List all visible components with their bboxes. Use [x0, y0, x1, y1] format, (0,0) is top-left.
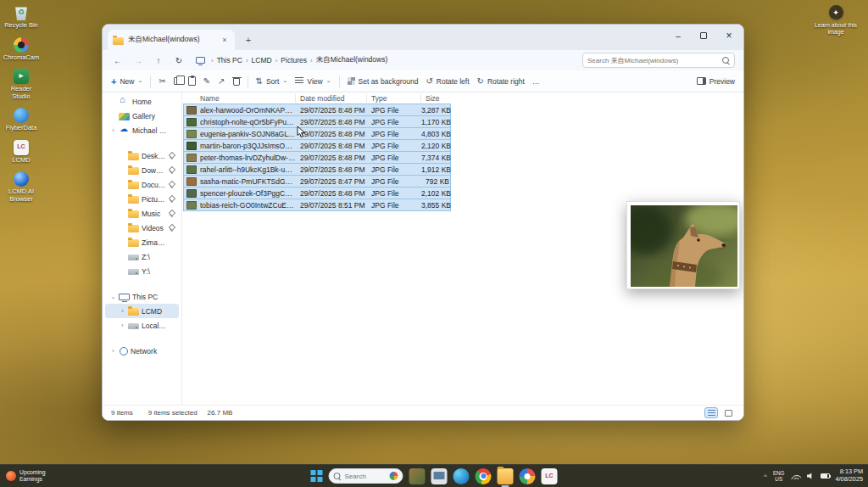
start-button[interactable]	[311, 470, 323, 482]
sidebar-item[interactable]: Downloads	[105, 163, 179, 177]
desktop-icon[interactable]: LCMD	[2, 140, 41, 165]
refresh-button[interactable]	[172, 53, 186, 67]
up-button[interactable]	[152, 53, 165, 67]
wifi-icon[interactable]	[791, 473, 801, 479]
delete-button[interactable]	[233, 78, 240, 86]
chevron-icon[interactable]: ›	[110, 127, 116, 133]
chevron-icon[interactable]: ›	[120, 322, 125, 328]
set-as-background-button[interactable]: Set as background	[348, 77, 419, 86]
chevron-icon[interactable]: ›	[110, 348, 116, 354]
rotate-left-button[interactable]: Rotate left	[426, 76, 469, 86]
sidebar-item[interactable]: ⌄ This PC	[105, 289, 179, 304]
file-row[interactable]: christoph-nolte-qOr5bFyPuso-unsplash 29/…	[183, 115, 451, 128]
file-size: 2,102 KB	[421, 189, 452, 198]
clock[interactable]: 8:13 PM 4/08/2025	[836, 468, 863, 483]
file-row[interactable]: tobias-reich-GO0IntwZCuEA-unsplash 29/07…	[183, 199, 451, 211]
sidebar-item[interactable]: Desktop	[105, 148, 179, 163]
taskbar-app-lcmd[interactable]	[542, 468, 558, 484]
sidebar-item[interactable]: Z:\	[105, 249, 179, 264]
search-input[interactable]	[587, 57, 719, 64]
chevron-icon[interactable]: ›	[120, 308, 125, 314]
chevron-icon[interactable]: ⌄	[110, 294, 116, 300]
sidebar-item[interactable]: Videos	[105, 221, 179, 235]
learn-about-this-image[interactable]: ✦ Learn about this image	[809, 5, 863, 36]
view-button[interactable]: View	[295, 77, 331, 86]
new-tab-button[interactable]	[242, 33, 255, 47]
taskbar-app-edge[interactable]	[453, 468, 470, 484]
tray-overflow-chevron-icon[interactable]	[764, 473, 767, 480]
visual-search-icon[interactable]	[390, 472, 398, 480]
file-row[interactable]: alex-harwood-OrOmNKAPak-unsplash 29/07/2…	[183, 104, 451, 116]
sidebar-item[interactable]: Gallery	[105, 109, 179, 123]
breadcrumb-item[interactable]: LCMD	[252, 56, 280, 64]
file-row[interactable]: martin-baron-p3QJJsImsO4-unsplash 29/07/…	[183, 139, 451, 152]
maximize-button[interactable]	[691, 26, 716, 45]
column-header-type[interactable]: Type	[366, 94, 420, 103]
rotate-left-icon	[426, 76, 432, 86]
close-button[interactable]	[716, 26, 742, 45]
rotate-right-button[interactable]: Rotate right	[477, 76, 525, 86]
minimize-button[interactable]	[665, 26, 691, 45]
thumbnail-view-toggle[interactable]	[721, 407, 735, 418]
details-view-toggle[interactable]	[704, 407, 718, 418]
taskbar-app-monitor[interactable]	[431, 468, 448, 484]
new-button[interactable]: + New	[111, 76, 142, 87]
sidebar-item-icon	[119, 113, 130, 120]
sidebar-item[interactable]: › Network	[105, 344, 179, 358]
file-row[interactable]: rahel-arlitt--h9UkcKg1Bk-unsplash 29/07/…	[183, 163, 451, 176]
breadcrumb-item[interactable]: Pictures	[281, 56, 314, 64]
sort-label: Sort	[266, 77, 280, 86]
desktop-icon[interactable]: Recycle Bin	[2, 5, 41, 30]
file-date-modified: 29/07/2025 8:47 PM	[296, 177, 367, 186]
file-row[interactable]: peter-thomas-lrvDZyhulDw-unsplash 29/07/…	[183, 151, 451, 164]
tab-bar[interactable]: 来自Michael(windows)	[103, 25, 743, 50]
back-button[interactable]	[111, 53, 125, 67]
more-options-button[interactable]: …	[532, 77, 540, 86]
cut-button[interactable]	[159, 76, 165, 86]
widgets-button[interactable]: Upcoming Earnings	[6, 465, 46, 487]
file-row[interactable]: eugenia-pankiv-SOJN8aGLYsM-unsplash 29/0…	[183, 127, 451, 140]
taskbar-app-media[interactable]	[409, 468, 426, 484]
sidebar-item[interactable]: › Michael - Personal	[105, 123, 179, 137]
sidebar-item[interactable]: › Local Disk (C:)	[105, 318, 179, 333]
taskbar-search-input[interactable]	[345, 473, 387, 480]
column-header-size[interactable]: Size	[420, 94, 451, 103]
breadcrumb-item[interactable]: 来自Michael(windows)	[316, 55, 388, 65]
battery-icon[interactable]	[821, 473, 830, 479]
rename-button[interactable]	[203, 76, 210, 86]
column-header-date-modified[interactable]: Date modified	[295, 94, 366, 103]
sidebar-item[interactable]: Home	[105, 94, 179, 109]
taskbar-app-file-explorer[interactable]	[498, 468, 514, 484]
file-row[interactable]: spencer-plouzek-Of3PggCMPyw-unsplash 29/…	[183, 187, 451, 199]
share-button[interactable]	[218, 76, 225, 86]
taskbar-search[interactable]	[329, 468, 403, 484]
forward-button[interactable]	[131, 53, 145, 67]
file-date-modified: 29/07/2025 8:48 PM	[296, 154, 367, 162]
preview-toggle-button[interactable]: Preview	[697, 77, 735, 86]
sort-button[interactable]: Sort	[256, 76, 288, 86]
desktop-icon[interactable]: FlyberData	[2, 108, 41, 132]
language-indicator[interactable]: ENG US	[773, 470, 785, 482]
breadcrumb-item[interactable]: This PC	[217, 56, 250, 64]
widget-line2: Earnings	[19, 476, 42, 482]
taskbar-app-chrome[interactable]	[476, 468, 492, 484]
volume-icon[interactable]	[807, 473, 815, 479]
sidebar-item[interactable]: Pictures	[105, 192, 179, 206]
search-box[interactable]	[582, 53, 735, 68]
column-header-name[interactable]: Name	[183, 94, 295, 103]
sidebar-item-label: LCMD	[142, 307, 167, 316]
desktop-icon[interactable]: ChromaCam	[2, 37, 41, 62]
sidebar-item[interactable]: › LCMD	[105, 304, 179, 318]
tab-close-icon[interactable]	[220, 35, 230, 45]
paste-button[interactable]	[188, 76, 196, 86]
sidebar-item[interactable]: Y:\	[105, 264, 179, 278]
copy-button[interactable]	[174, 77, 181, 85]
explorer-tab[interactable]: 来自Michael(windows)	[108, 30, 235, 50]
sidebar-item[interactable]: Zimaboard 2	[105, 235, 179, 249]
desktop-icon[interactable]: LCMD AI Browser	[2, 171, 41, 203]
desktop-icon[interactable]: Reader Studio	[2, 69, 41, 100]
taskbar-app-photos[interactable]	[520, 468, 536, 484]
file-row[interactable]: sasha-matic-PmUFKTSdG6g-unsplash 29/07/2…	[183, 175, 451, 188]
sidebar-item[interactable]: Music	[105, 206, 179, 221]
sidebar-item[interactable]: Documents	[105, 177, 179, 192]
